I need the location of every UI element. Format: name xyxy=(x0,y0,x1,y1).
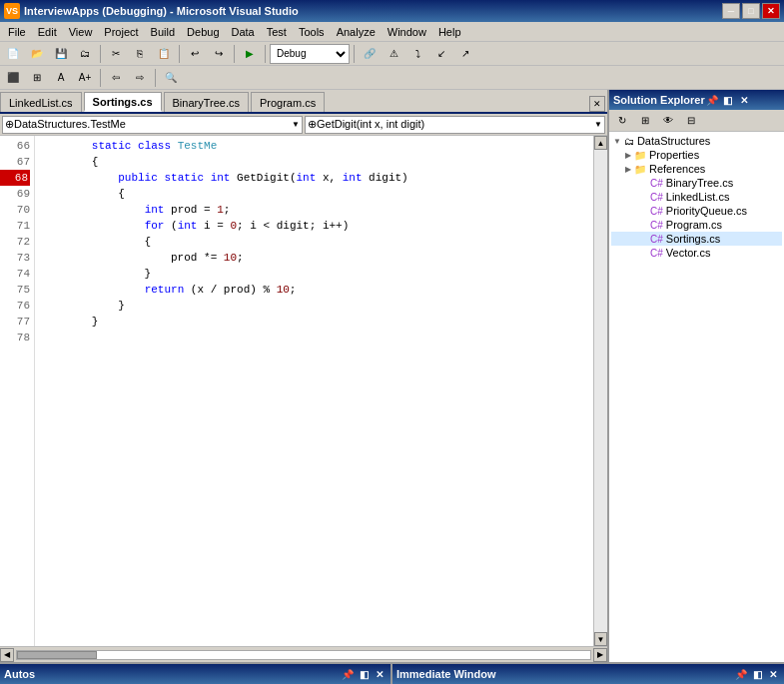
menu-test[interactable]: Test xyxy=(261,24,293,40)
immediate-title: Immediate Window 📌 ◧ ✕ xyxy=(392,664,784,684)
autos-panel: Autos 📌 ◧ ✕ Name Value Type xyxy=(0,664,392,684)
se-vector-cs[interactable]: C# Vector.cs xyxy=(611,246,782,260)
tab-program[interactable]: Program.cs xyxy=(251,92,325,112)
toolbar-step-over[interactable]: ⤵ xyxy=(406,44,428,64)
code-editor[interactable]: 66 67 68 69 70 71 72 73 74 75 76 77 78 s… xyxy=(0,136,607,646)
se-linkedlist-cs[interactable]: C# LinkedList.cs xyxy=(611,190,782,204)
toolbar-step-out[interactable]: ↗ xyxy=(454,44,476,64)
app-icon: VS xyxy=(4,3,20,19)
solution-explorer: Solution Explorer 📌 ◧ ✕ ↻ ⊞ 👁 ⊟ ▼ 🗂 Data… xyxy=(609,90,784,662)
menu-tools[interactable]: Tools xyxy=(293,24,331,40)
tb2-btn7[interactable]: 🔍 xyxy=(160,68,182,88)
tab-binarytree[interactable]: BinaryTree.cs xyxy=(164,92,249,112)
toolbar-redo[interactable]: ↪ xyxy=(208,44,230,64)
autos-float-button[interactable]: ◧ xyxy=(357,667,371,681)
menu-data[interactable]: Data xyxy=(226,24,261,40)
toolbar-paste[interactable]: 📋 xyxy=(153,44,175,64)
se-refresh[interactable]: ↻ xyxy=(611,111,633,131)
menu-debug[interactable]: Debug xyxy=(181,24,225,40)
sep5 xyxy=(354,45,355,63)
menu-view[interactable]: View xyxy=(63,24,99,40)
menu-analyze[interactable]: Analyze xyxy=(331,24,382,40)
se-binarytree-cs[interactable]: C# BinaryTree.cs xyxy=(611,176,782,190)
tb2-btn3[interactable]: A xyxy=(50,68,72,88)
sep4 xyxy=(265,45,266,63)
maximize-button[interactable]: □ xyxy=(742,3,760,19)
se-program-cs[interactable]: C# Program.cs xyxy=(611,218,782,232)
address-bar: ⊕DataStructures.TestMe ▼ ⊕GetDigit(int x… xyxy=(0,114,607,136)
tab-linkedlist[interactable]: LinkedList.cs xyxy=(0,92,82,112)
toolbar-step-in[interactable]: ↙ xyxy=(430,44,452,64)
sep7 xyxy=(155,69,156,87)
sep6 xyxy=(100,69,101,87)
autos-close-button[interactable]: ✕ xyxy=(373,667,387,681)
menu-file[interactable]: File xyxy=(2,24,32,40)
title-bar: VS InterviewApps (Debugging) - Microsoft… xyxy=(0,0,784,22)
toolbar-cut[interactable]: ✂ xyxy=(105,44,127,64)
tb2-btn5[interactable]: ⇦ xyxy=(105,68,127,88)
menu-bar: File Edit View Project Build Debug Data … xyxy=(0,22,784,42)
tab-sortings[interactable]: Sortings.cs xyxy=(84,92,162,112)
sep3 xyxy=(234,45,235,63)
toolbar-start[interactable]: ▶ xyxy=(239,44,261,64)
editor-tab-bar: LinkedList.cs Sortings.cs BinaryTree.cs … xyxy=(0,90,607,114)
autos-title-buttons: 📌 ◧ ✕ xyxy=(341,667,387,681)
toolbar-copy[interactable]: ⎘ xyxy=(129,44,151,64)
se-content: ▼ 🗂 DataStructures ▶ 📁 Properties ▶ 📁 Re… xyxy=(609,132,784,662)
tb2-btn4[interactable]: A+ xyxy=(74,68,96,88)
autos-pin-button[interactable]: 📌 xyxy=(341,667,355,681)
se-sortings-cs[interactable]: C# Sortings.cs xyxy=(611,232,782,246)
toolbar-attach[interactable]: 🔗 xyxy=(359,44,381,64)
autos-title: Autos 📌 ◧ ✕ xyxy=(0,664,391,684)
method-dropdown-arrow: ▼ xyxy=(594,120,602,129)
class-dropdown[interactable]: ⊕DataStructures.TestMe ▼ xyxy=(2,116,303,134)
tb2-btn1[interactable]: ⬛ xyxy=(2,68,24,88)
menu-build[interactable]: Build xyxy=(145,24,181,40)
code-content[interactable]: static class TestMe { public static int … xyxy=(35,136,593,646)
editor-area: LinkedList.cs Sortings.cs BinaryTree.cs … xyxy=(0,90,609,662)
menu-edit[interactable]: Edit xyxy=(32,24,63,40)
editor-scrollbar[interactable]: ▲ ▼ xyxy=(593,136,607,646)
menu-window[interactable]: Window xyxy=(382,24,432,40)
class-dropdown-arrow: ▼ xyxy=(292,120,300,129)
solution-explorer-title: Solution Explorer 📌 ◧ ✕ xyxy=(609,90,784,110)
imm-close-button[interactable]: ✕ xyxy=(766,667,780,681)
toolbar-undo[interactable]: ↩ xyxy=(184,44,206,64)
se-priorityqueue-cs[interactable]: C# PriorityQueue.cs xyxy=(611,204,782,218)
toolbar-new[interactable]: 📄 xyxy=(2,44,24,64)
tb2-btn6[interactable]: ⇨ xyxy=(129,68,151,88)
toolbar-save-all[interactable]: 🗂 xyxy=(74,44,96,64)
se-pin-button[interactable]: 📌 xyxy=(705,93,719,107)
imm-pin-button[interactable]: 📌 xyxy=(734,667,748,681)
se-properties[interactable]: ▶ 📁 Properties xyxy=(611,148,782,162)
se-references[interactable]: ▶ 📁 References xyxy=(611,162,782,176)
second-toolbar: ⬛ ⊞ A A+ ⇦ ⇨ 🔍 xyxy=(0,66,784,90)
close-window-button[interactable]: ✕ xyxy=(762,3,780,19)
main-area: LinkedList.cs Sortings.cs BinaryTree.cs … xyxy=(0,90,784,662)
se-toolbar: ↻ ⊞ 👁 ⊟ xyxy=(609,110,784,132)
menu-project[interactable]: Project xyxy=(98,24,144,40)
se-float-button[interactable]: ◧ xyxy=(721,93,735,107)
title-bar-buttons: ─ □ ✕ xyxy=(722,3,780,19)
toolbar-open[interactable]: 📂 xyxy=(26,44,48,64)
main-toolbar: 📄 📂 💾 🗂 ✂ ⎘ 📋 ↩ ↪ ▶ Debug Release 🔗 ⚠ ⤵ … xyxy=(0,42,784,66)
tb2-btn2[interactable]: ⊞ xyxy=(26,68,48,88)
method-dropdown[interactable]: ⊕GetDigit(int x, int digit) ▼ xyxy=(305,116,605,134)
se-collapse[interactable]: ⊟ xyxy=(680,111,702,131)
se-root[interactable]: ▼ 🗂 DataStructures xyxy=(611,134,782,148)
minimize-button[interactable]: ─ xyxy=(722,3,740,19)
imm-float-button[interactable]: ◧ xyxy=(750,667,764,681)
toolbar-save[interactable]: 💾 xyxy=(50,44,72,64)
se-close-button[interactable]: ✕ xyxy=(737,93,751,107)
bottom-panel: Autos 📌 ◧ ✕ Name Value Type Immediate Wi… xyxy=(0,662,784,684)
imm-title-buttons: 📌 ◧ ✕ xyxy=(734,667,780,681)
close-editor-button[interactable]: ✕ xyxy=(589,96,605,112)
toolbar-exception[interactable]: ⚠ xyxy=(383,44,404,64)
sep2 xyxy=(179,45,180,63)
editor-h-scrollbar[interactable]: ◀ ▶ xyxy=(0,646,607,662)
debug-config-dropdown[interactable]: Debug Release xyxy=(270,44,350,64)
se-title-buttons: 📌 ◧ ✕ xyxy=(705,93,751,107)
se-show-all[interactable]: 👁 xyxy=(657,111,679,131)
menu-help[interactable]: Help xyxy=(432,24,467,40)
se-properties[interactable]: ⊞ xyxy=(634,111,656,131)
